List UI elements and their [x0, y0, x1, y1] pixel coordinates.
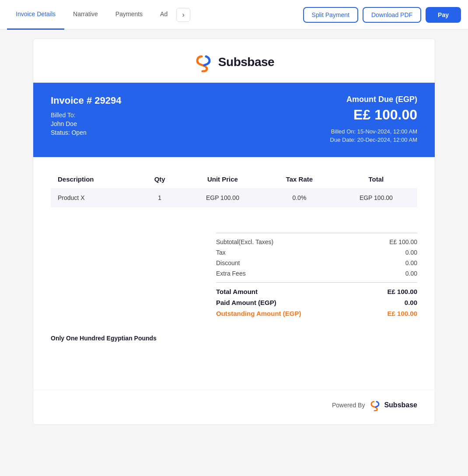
- table-header: Description Qty Unit Price Tax Rate Tota…: [51, 170, 417, 188]
- divider-top: [216, 233, 417, 233]
- invoice-number: Invoice # 29294: [51, 95, 121, 106]
- col-unit-price: Unit Price: [182, 170, 264, 188]
- cell-qty: 1: [138, 188, 182, 207]
- invoice-header: Invoice # 29294 Billed To: John Doe Stat…: [33, 83, 435, 157]
- nav-actions: Split Payment Download PDF Pay: [303, 7, 461, 23]
- invoice-right: Amount Due (EGP) E£ 100.00 Billed On: 15…: [330, 95, 417, 145]
- total-amount-value: E£ 100.00: [388, 288, 417, 295]
- summary-extra-fees: Extra Fees 0.00: [216, 268, 417, 279]
- col-description: Description: [51, 170, 138, 188]
- logo-text: Subsbase: [218, 55, 274, 69]
- subsbase-logo-icon: [194, 52, 214, 72]
- amount-words: Only One Hundred Egyptian Pounds: [33, 328, 435, 355]
- chevron-right-icon: ›: [182, 11, 185, 19]
- more-tabs-button[interactable]: ›: [176, 8, 190, 22]
- cell-total: EGP 100.00: [335, 188, 417, 207]
- total-amount-label: Total Amount: [216, 288, 258, 295]
- subtotal-value: E£ 100.00: [389, 238, 417, 245]
- summary-discount: Discount 0.00: [216, 258, 417, 268]
- billed-on: Billed On: 15-Nov-2024, 12:00 AM: [330, 128, 417, 135]
- pay-button[interactable]: Pay: [426, 7, 461, 23]
- amount-due-label: Amount Due (EGP): [330, 95, 417, 104]
- col-qty: Qty: [138, 170, 182, 188]
- divider-bottom: [216, 282, 417, 283]
- tab-narrative[interactable]: Narrative: [64, 0, 107, 30]
- summary-outstanding: Outstanding Amount (EGP) E£ 100.00: [216, 308, 417, 319]
- discount-value: 0.00: [405, 259, 417, 266]
- invoice-card: Subsbase Invoice # 29294 Billed To: John…: [33, 38, 435, 425]
- table-row: Product X 1 EGP 100.00 0.0% EGP 100.00: [51, 188, 417, 207]
- spacer: [33, 355, 435, 390]
- tab-payments[interactable]: Payments: [107, 0, 151, 30]
- download-pdf-button[interactable]: Download PDF: [363, 7, 421, 23]
- paid-amount-value: 0.00: [405, 299, 417, 306]
- split-payment-button[interactable]: Split Payment: [303, 7, 358, 23]
- main-content: Subsbase Invoice # 29294 Billed To: John…: [0, 30, 468, 442]
- paid-amount-label: Paid Amount (EGP): [216, 299, 276, 306]
- customer-name: John Doe: [51, 120, 121, 127]
- outstanding-value: E£ 100.00: [388, 310, 417, 317]
- summary-table: Subtotal(Excl. Taxes) E£ 100.00 Tax 0.00…: [216, 229, 417, 319]
- tab-ad[interactable]: Ad: [151, 0, 176, 30]
- summary-total-amount: Total Amount E£ 100.00: [216, 286, 417, 297]
- footer-logo-text: Subsbase: [384, 401, 417, 409]
- due-date: Due Date: 20-Dec-2024, 12:00 AM: [330, 136, 417, 143]
- summary-tax: Tax 0.00: [216, 247, 417, 258]
- billed-to-label: Billed To:: [51, 112, 121, 119]
- tax-label: Tax: [216, 249, 226, 256]
- subtotal-label: Subtotal(Excl. Taxes): [216, 238, 273, 245]
- tab-invoice-details[interactable]: Invoice Details: [7, 0, 64, 30]
- cell-description: Product X: [51, 188, 138, 207]
- col-total: Total: [335, 170, 417, 188]
- cell-unit-price: EGP 100.00: [182, 188, 264, 207]
- nav-tabs: Invoice Details Narrative Payments Ad ›: [7, 0, 303, 30]
- powered-by-footer: Powered By Subsbase: [33, 390, 435, 424]
- powered-by-text: Powered By: [332, 402, 365, 409]
- summary-paid-amount: Paid Amount (EGP) 0.00: [216, 297, 417, 308]
- tax-value: 0.00: [405, 249, 417, 256]
- summary-subtotal: Subtotal(Excl. Taxes) E£ 100.00: [216, 237, 417, 247]
- footer-subsbase-icon: [369, 399, 381, 411]
- outstanding-label: Outstanding Amount (EGP): [216, 310, 301, 317]
- invoice-left: Invoice # 29294 Billed To: John Doe Stat…: [51, 95, 121, 136]
- footer-logo: Subsbase: [369, 399, 417, 411]
- amount-due-value: E£ 100.00: [330, 107, 417, 123]
- cell-tax-rate: 0.0%: [264, 188, 335, 207]
- extra-fees-value: 0.00: [405, 270, 417, 277]
- top-navigation: Invoice Details Narrative Payments Ad › …: [0, 0, 468, 30]
- summary-section: Subtotal(Excl. Taxes) E£ 100.00 Tax 0.00…: [33, 229, 435, 328]
- logo-container: Subsbase: [194, 52, 274, 72]
- invoice-status: Status: Open: [51, 129, 121, 136]
- invoice-table: Description Qty Unit Price Tax Rate Tota…: [51, 170, 417, 207]
- logo-section: Subsbase: [33, 39, 435, 83]
- invoice-table-section: Description Qty Unit Price Tax Rate Tota…: [33, 157, 435, 229]
- discount-label: Discount: [216, 259, 240, 266]
- extra-fees-label: Extra Fees: [216, 270, 246, 277]
- col-tax-rate: Tax Rate: [264, 170, 335, 188]
- table-body: Product X 1 EGP 100.00 0.0% EGP 100.00: [51, 188, 417, 207]
